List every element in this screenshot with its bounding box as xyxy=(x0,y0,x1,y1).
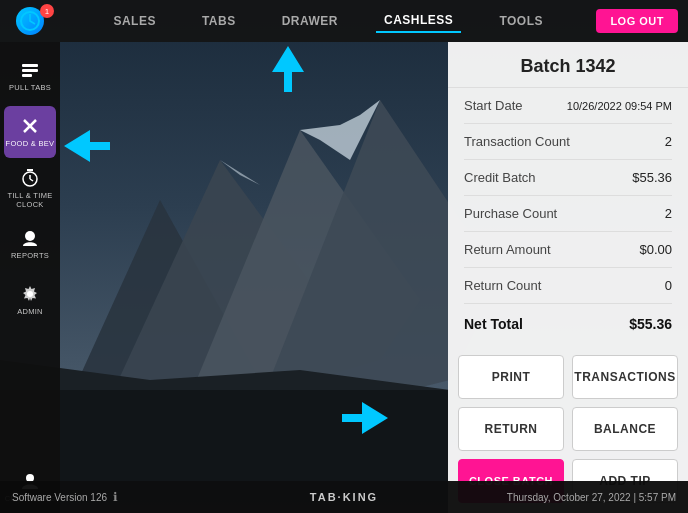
svg-point-19 xyxy=(25,231,35,241)
svg-rect-12 xyxy=(22,74,32,77)
svg-rect-11 xyxy=(22,69,38,72)
svg-marker-23 xyxy=(64,130,110,162)
balance-button[interactable]: BALANCE xyxy=(572,407,678,451)
nav-drawer[interactable]: DRAWER xyxy=(274,10,346,32)
nav-items: SALES TABS DRAWER CASHLESS TOOLS xyxy=(60,9,596,33)
sidebar-item-reports[interactable]: REPORTS xyxy=(4,218,56,270)
sidebar-label-reports: REPORTS xyxy=(11,252,49,260)
nav-tools[interactable]: TOOLS xyxy=(491,10,551,32)
svg-line-17 xyxy=(30,179,33,181)
sidebar-label-till-clock: TILL & TIME CLOCK xyxy=(4,192,56,209)
return-count-label: Return Count xyxy=(464,278,541,293)
panel-title: Batch 1342 xyxy=(448,42,688,88)
start-date-label: Start Date xyxy=(464,98,523,113)
admin-icon xyxy=(19,283,41,305)
arrow-top xyxy=(270,44,306,103)
credit-batch-row: Credit Batch $55.36 xyxy=(464,160,672,196)
panel-rows: Start Date 10/26/2022 09:54 PM Transacti… xyxy=(448,88,688,345)
start-date-value: 10/26/2022 09:54 PM xyxy=(567,100,672,112)
purchase-count-value: 2 xyxy=(665,206,672,221)
print-button[interactable]: PRINT xyxy=(458,355,564,399)
return-amount-row: Return Amount $0.00 xyxy=(464,232,672,268)
top-nav: 1 SALES TABS DRAWER CASHLESS TOOLS LOG O… xyxy=(0,0,688,42)
arrow-right xyxy=(340,400,390,445)
return-amount-value: $0.00 xyxy=(639,242,672,257)
notification-badge: 1 xyxy=(40,4,54,18)
info-icon: ℹ xyxy=(113,490,118,504)
right-panel: Batch 1342 Start Date 10/26/2022 09:54 P… xyxy=(448,42,688,513)
return-count-value: 0 xyxy=(665,278,672,293)
logo-area: 1 xyxy=(0,0,60,42)
sidebar-item-pull-tabs[interactable]: PULL TABS xyxy=(4,50,56,102)
reports-icon xyxy=(19,227,41,249)
net-total-row: Net Total $55.36 xyxy=(464,304,672,342)
bottom-left: Software Version 126 ℹ xyxy=(12,490,118,504)
brand-label: TAB·KING xyxy=(310,491,378,503)
purchase-count-row: Purchase Count 2 xyxy=(464,196,672,232)
sidebar-label-pull-tabs: PULL TABS xyxy=(9,84,51,92)
return-count-row: Return Count 0 xyxy=(464,268,672,304)
software-version-text: Software Version 126 xyxy=(12,492,107,503)
logout-button[interactable]: LOG OUT xyxy=(596,9,678,33)
sidebar-item-admin[interactable]: ADMIN xyxy=(4,274,56,326)
transaction-count-row: Transaction Count 2 xyxy=(464,124,672,160)
credit-batch-value: $55.36 xyxy=(632,170,672,185)
net-total-value: $55.36 xyxy=(629,316,672,332)
transactions-button[interactable]: TRANSACTIONS xyxy=(572,355,678,399)
nav-sales[interactable]: SALES xyxy=(105,10,164,32)
pull-tabs-icon xyxy=(19,59,41,81)
transaction-count-label: Transaction Count xyxy=(464,134,570,149)
svg-marker-24 xyxy=(342,402,388,434)
nav-tabs[interactable]: TABS xyxy=(194,10,244,32)
bottom-bar: Software Version 126 ℹ TAB·KING Thursday… xyxy=(0,481,688,513)
purchase-count-label: Purchase Count xyxy=(464,206,557,221)
food-bev-icon xyxy=(19,115,41,137)
sidebar-label-admin: ADMIN xyxy=(17,308,43,316)
datetime-label: Thursday, October 27, 2022 | 5:57 PM xyxy=(507,492,676,503)
credit-batch-label: Credit Batch xyxy=(464,170,536,185)
net-total-label: Net Total xyxy=(464,316,523,332)
svg-marker-22 xyxy=(272,46,304,92)
sidebar: PULL TABS FOOD & BEV TILL & TIME CLOCK xyxy=(0,42,60,513)
transaction-count-value: 2 xyxy=(665,134,672,149)
return-button[interactable]: RETURN xyxy=(458,407,564,451)
nav-cashless[interactable]: CASHLESS xyxy=(376,9,461,33)
sidebar-item-till-clock[interactable]: TILL & TIME CLOCK xyxy=(4,162,56,214)
start-date-row: Start Date 10/26/2022 09:54 PM xyxy=(464,88,672,124)
sidebar-item-food-bev[interactable]: FOOD & BEV xyxy=(4,106,56,158)
till-clock-icon xyxy=(19,167,41,189)
sidebar-label-food-bev: FOOD & BEV xyxy=(6,140,55,148)
arrow-left xyxy=(62,128,112,173)
svg-rect-10 xyxy=(22,64,38,67)
return-amount-label: Return Amount xyxy=(464,242,551,257)
